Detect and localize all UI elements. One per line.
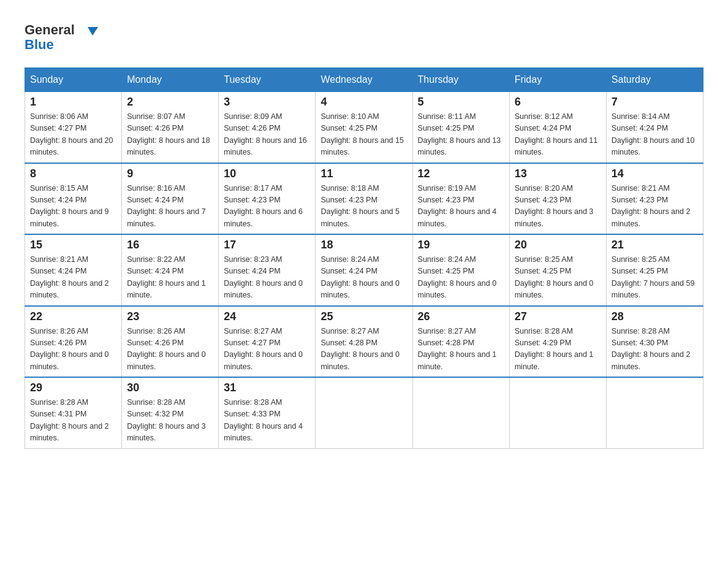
header-row: SundayMondayTuesdayWednesdayThursdayFrid… — [25, 68, 703, 92]
day-info: Sunrise: 8:25 AMSunset: 4:25 PMDaylight:… — [612, 254, 698, 302]
calendar-cell: 7Sunrise: 8:14 AMSunset: 4:24 PMDaylight… — [606, 92, 703, 163]
column-header-monday: Monday — [122, 68, 219, 92]
column-header-friday: Friday — [509, 68, 606, 92]
calendar-cell: 24Sunrise: 8:27 AMSunset: 4:27 PMDayligh… — [219, 306, 316, 378]
svg-text:Blue: Blue — [25, 37, 54, 52]
day-info: Sunrise: 8:28 AMSunset: 4:29 PMDaylight:… — [515, 326, 601, 373]
calendar-cell: 20Sunrise: 8:25 AMSunset: 4:25 PMDayligh… — [509, 234, 606, 306]
day-number: 15 — [30, 239, 116, 251]
calendar-cell: 22Sunrise: 8:26 AMSunset: 4:26 PMDayligh… — [25, 306, 122, 378]
day-info: Sunrise: 8:09 AMSunset: 4:26 PMDaylight:… — [224, 111, 310, 159]
day-info: Sunrise: 8:22 AMSunset: 4:24 PMDaylight:… — [127, 254, 213, 302]
day-number: 16 — [127, 239, 213, 251]
day-number: 11 — [320, 167, 407, 180]
calendar-cell — [412, 377, 509, 448]
calendar-cell: 19Sunrise: 8:24 AMSunset: 4:25 PMDayligh… — [412, 234, 509, 306]
day-number: 28 — [612, 310, 698, 323]
column-header-tuesday: Tuesday — [219, 68, 316, 92]
day-info: Sunrise: 8:28 AMSunset: 4:31 PMDaylight:… — [30, 397, 116, 445]
day-number: 5 — [418, 96, 504, 109]
day-info: Sunrise: 8:16 AMSunset: 4:24 PMDaylight:… — [127, 183, 213, 231]
day-number: 20 — [515, 239, 601, 251]
calendar-cell: 5Sunrise: 8:11 AMSunset: 4:25 PMDaylight… — [412, 92, 509, 163]
week-row-5: 29Sunrise: 8:28 AMSunset: 4:31 PMDayligh… — [25, 377, 703, 448]
page-header: General Blue — [25, 18, 703, 55]
day-info: Sunrise: 8:21 AMSunset: 4:23 PMDaylight:… — [612, 183, 698, 231]
calendar-cell: 12Sunrise: 8:19 AMSunset: 4:23 PMDayligh… — [412, 163, 509, 235]
calendar-cell: 13Sunrise: 8:20 AMSunset: 4:23 PMDayligh… — [509, 163, 606, 235]
svg-marker-1 — [88, 27, 98, 36]
day-number: 27 — [515, 310, 601, 323]
day-info: Sunrise: 8:20 AMSunset: 4:23 PMDaylight:… — [515, 183, 601, 231]
week-row-4: 22Sunrise: 8:26 AMSunset: 4:26 PMDayligh… — [25, 306, 703, 378]
calendar-cell: 2Sunrise: 8:07 AMSunset: 4:26 PMDaylight… — [122, 92, 219, 163]
calendar-cell: 9Sunrise: 8:16 AMSunset: 4:24 PMDaylight… — [122, 163, 219, 235]
week-row-1: 1Sunrise: 8:06 AMSunset: 4:27 PMDaylight… — [25, 92, 703, 163]
day-info: Sunrise: 8:26 AMSunset: 4:26 PMDaylight:… — [127, 326, 213, 373]
calendar-cell: 21Sunrise: 8:25 AMSunset: 4:25 PMDayligh… — [606, 234, 703, 306]
day-info: Sunrise: 8:15 AMSunset: 4:24 PMDaylight:… — [30, 183, 116, 231]
day-info: Sunrise: 8:10 AMSunset: 4:25 PMDaylight:… — [320, 111, 407, 159]
day-number: 10 — [224, 167, 310, 180]
day-number: 12 — [418, 167, 504, 180]
calendar-cell: 18Sunrise: 8:24 AMSunset: 4:24 PMDayligh… — [316, 234, 412, 306]
day-info: Sunrise: 8:19 AMSunset: 4:23 PMDaylight:… — [418, 183, 504, 231]
calendar-cell: 29Sunrise: 8:28 AMSunset: 4:31 PMDayligh… — [25, 377, 122, 448]
column-header-wednesday: Wednesday — [316, 68, 412, 92]
calendar-cell: 31Sunrise: 8:28 AMSunset: 4:33 PMDayligh… — [219, 377, 316, 448]
day-info: Sunrise: 8:25 AMSunset: 4:25 PMDaylight:… — [515, 254, 601, 302]
column-header-sunday: Sunday — [25, 68, 122, 92]
day-info: Sunrise: 8:28 AMSunset: 4:30 PMDaylight:… — [612, 326, 698, 373]
day-info: Sunrise: 8:14 AMSunset: 4:24 PMDaylight:… — [612, 111, 698, 159]
calendar-cell: 10Sunrise: 8:17 AMSunset: 4:23 PMDayligh… — [219, 163, 316, 235]
calendar-cell: 17Sunrise: 8:23 AMSunset: 4:24 PMDayligh… — [219, 234, 316, 306]
day-number: 6 — [515, 96, 601, 109]
calendar-cell: 30Sunrise: 8:28 AMSunset: 4:32 PMDayligh… — [122, 377, 219, 448]
logo-svg: General Blue — [25, 18, 104, 55]
day-number: 4 — [320, 96, 407, 109]
day-info: Sunrise: 8:27 AMSunset: 4:28 PMDaylight:… — [418, 326, 504, 373]
week-row-2: 8Sunrise: 8:15 AMSunset: 4:24 PMDaylight… — [25, 163, 703, 235]
day-number: 23 — [127, 310, 213, 323]
day-number: 9 — [127, 167, 213, 180]
day-number: 25 — [320, 310, 407, 323]
day-number: 3 — [224, 96, 310, 109]
calendar-cell: 27Sunrise: 8:28 AMSunset: 4:29 PMDayligh… — [509, 306, 606, 378]
calendar-cell: 15Sunrise: 8:21 AMSunset: 4:24 PMDayligh… — [25, 234, 122, 306]
calendar-cell: 3Sunrise: 8:09 AMSunset: 4:26 PMDaylight… — [219, 92, 316, 163]
calendar-cell: 14Sunrise: 8:21 AMSunset: 4:23 PMDayligh… — [606, 163, 703, 235]
day-number: 21 — [612, 239, 698, 251]
calendar-cell: 16Sunrise: 8:22 AMSunset: 4:24 PMDayligh… — [122, 234, 219, 306]
day-number: 31 — [224, 381, 310, 394]
day-number: 24 — [224, 310, 310, 323]
day-number: 19 — [418, 239, 504, 251]
calendar-cell: 4Sunrise: 8:10 AMSunset: 4:25 PMDaylight… — [316, 92, 412, 163]
calendar-cell: 6Sunrise: 8:12 AMSunset: 4:24 PMDaylight… — [509, 92, 606, 163]
calendar-table: SundayMondayTuesdayWednesdayThursdayFrid… — [25, 67, 703, 449]
day-info: Sunrise: 8:27 AMSunset: 4:27 PMDaylight:… — [224, 326, 310, 373]
day-number: 7 — [612, 96, 698, 109]
calendar-cell: 25Sunrise: 8:27 AMSunset: 4:28 PMDayligh… — [316, 306, 412, 378]
day-info: Sunrise: 8:07 AMSunset: 4:26 PMDaylight:… — [127, 111, 213, 159]
calendar-cell: 8Sunrise: 8:15 AMSunset: 4:24 PMDaylight… — [25, 163, 122, 235]
column-header-thursday: Thursday — [412, 68, 509, 92]
day-number: 22 — [30, 310, 116, 323]
day-info: Sunrise: 8:28 AMSunset: 4:33 PMDaylight:… — [224, 397, 310, 445]
column-header-saturday: Saturday — [606, 68, 703, 92]
day-info: Sunrise: 8:21 AMSunset: 4:24 PMDaylight:… — [30, 254, 116, 302]
day-number: 13 — [515, 167, 601, 180]
day-info: Sunrise: 8:12 AMSunset: 4:24 PMDaylight:… — [515, 111, 601, 159]
calendar-cell: 26Sunrise: 8:27 AMSunset: 4:28 PMDayligh… — [412, 306, 509, 378]
calendar-cell — [606, 377, 703, 448]
day-info: Sunrise: 8:17 AMSunset: 4:23 PMDaylight:… — [224, 183, 310, 231]
day-info: Sunrise: 8:26 AMSunset: 4:26 PMDaylight:… — [30, 326, 116, 373]
svg-text:General: General — [25, 22, 75, 37]
day-number: 17 — [224, 239, 310, 251]
week-row-3: 15Sunrise: 8:21 AMSunset: 4:24 PMDayligh… — [25, 234, 703, 306]
day-number: 8 — [30, 167, 116, 180]
day-number: 30 — [127, 381, 213, 394]
calendar-cell: 28Sunrise: 8:28 AMSunset: 4:30 PMDayligh… — [606, 306, 703, 378]
logo: General Blue — [25, 18, 104, 55]
day-number: 18 — [320, 239, 407, 251]
day-info: Sunrise: 8:06 AMSunset: 4:27 PMDaylight:… — [30, 111, 116, 159]
